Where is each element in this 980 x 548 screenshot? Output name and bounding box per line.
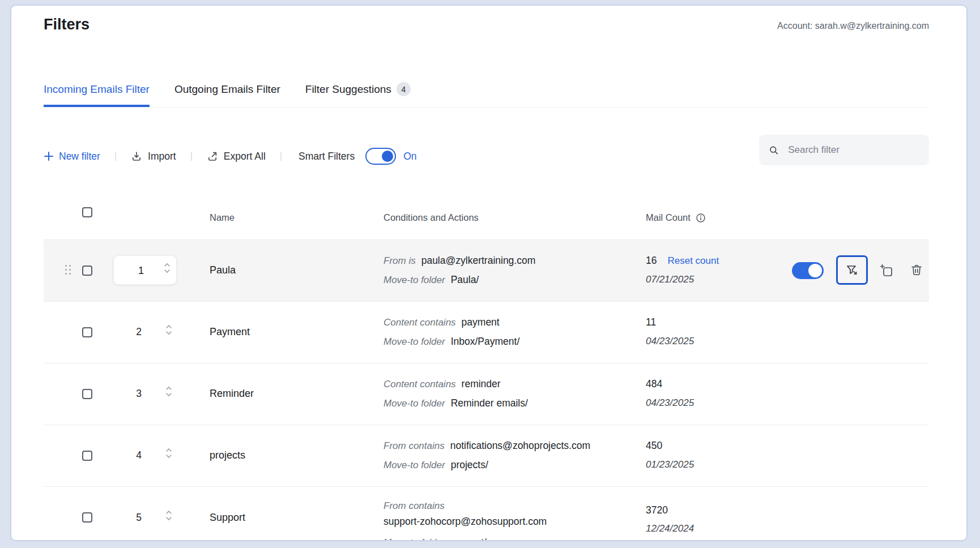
condition-value: notifications@zohoprojects.com	[450, 440, 590, 451]
order-number[interactable]: 4	[122, 449, 156, 461]
tab-label: Filter Suggestions	[305, 83, 391, 96]
last-used-date: 01/23/2025	[646, 459, 694, 470]
row-checkbox[interactable]	[82, 512, 92, 523]
order-stepper[interactable]	[165, 386, 172, 397]
duplicate-filter-button[interactable]	[879, 263, 894, 280]
info-icon[interactable]	[696, 213, 706, 223]
condition-label: Content contains	[384, 317, 456, 328]
chevron-up-icon[interactable]	[165, 448, 172, 452]
row-checkbox[interactable]	[82, 389, 92, 399]
tab-filter-suggestions[interactable]: Filter Suggestions 4	[305, 83, 411, 107]
chevron-up-icon[interactable]	[164, 263, 171, 267]
run-filter-button[interactable]	[836, 255, 868, 285]
tab-label: Incoming Emails Filter	[44, 83, 150, 96]
filter-name: Payment	[210, 326, 250, 338]
reset-count-link[interactable]: Reset count	[667, 255, 719, 266]
tabs-divider	[44, 107, 929, 108]
order-number[interactable]: 2	[122, 326, 156, 338]
select-all-checkbox-wrap	[82, 207, 92, 217]
filter-tabs: Incoming Emails Filter Outgoing Emails F…	[44, 83, 411, 107]
last-used-date: 04/23/2025	[646, 397, 694, 409]
mail-count: 16	[646, 255, 657, 266]
tab-outgoing-emails-filter[interactable]: Outgoing Emails Filter	[174, 83, 280, 107]
condition-value: reminder	[462, 378, 501, 389]
suggestions-count-badge: 4	[397, 82, 411, 96]
order-input[interactable]	[120, 256, 163, 285]
row-checkbox[interactable]	[82, 451, 92, 461]
export-icon	[207, 151, 218, 162]
order-number[interactable]: 3	[122, 388, 156, 400]
action-label: Move-to folder	[384, 275, 445, 285]
new-filter-button[interactable]: New filter	[44, 151, 100, 162]
chevron-up-icon[interactable]	[165, 386, 172, 391]
toggle-knob	[808, 264, 822, 277]
chevron-up-icon[interactable]	[165, 510, 172, 515]
chevron-down-icon[interactable]	[164, 269, 171, 273]
funnel-icon	[845, 263, 859, 277]
action-label: Move-to folder	[384, 398, 445, 409]
condition-label: Content contains	[384, 379, 456, 389]
filter-name: Support	[210, 512, 245, 524]
mail-count: 450	[646, 440, 662, 451]
order-stepper[interactable]	[165, 510, 172, 521]
chevron-up-icon[interactable]	[165, 324, 172, 329]
select-all-checkbox[interactable]	[82, 207, 92, 217]
action-value: Inbox/Payment/	[451, 336, 520, 347]
condition-label: From contains	[384, 500, 445, 511]
action-value: Reminder emails/	[451, 397, 528, 409]
table-row: 3 Reminder Content containsreminder Move…	[44, 363, 929, 425]
condition-label: From contains	[384, 440, 445, 451]
smart-filters-toggle[interactable]	[365, 148, 396, 165]
chevron-down-icon[interactable]	[165, 454, 172, 459]
condition-value: paula@zylkertraining.com	[421, 255, 536, 266]
filter-name: projects	[210, 449, 245, 461]
filter-name: Paula	[210, 264, 236, 276]
filter-name: Reminder	[210, 388, 254, 400]
chevron-down-icon[interactable]	[165, 331, 172, 335]
search-filter-box[interactable]	[759, 135, 929, 165]
search-filter-input[interactable]	[787, 144, 919, 156]
toolbar: New filter | Import | Export All | Smart…	[44, 142, 417, 171]
tab-label: Outgoing Emails Filter	[174, 83, 280, 96]
column-header-name: Name	[210, 212, 235, 223]
import-button[interactable]: Import	[131, 151, 176, 162]
order-stepper[interactable]	[164, 263, 171, 273]
toolbar-separator: |	[190, 151, 193, 161]
chevron-down-icon[interactable]	[165, 516, 172, 521]
import-icon	[131, 151, 142, 162]
mail-count-line: 16Reset count	[646, 255, 719, 267]
export-all-button[interactable]: Export All	[207, 151, 266, 162]
table-row: 5 Support From contains support-zohocorp…	[44, 486, 929, 541]
delete-filter-button[interactable]	[910, 263, 923, 279]
order-stepper[interactable]	[165, 448, 172, 459]
export-all-label: Export All	[224, 151, 266, 162]
smart-filters-state: On	[403, 151, 416, 162]
smart-filters-label: Smart Filters	[299, 151, 355, 162]
filters-panel: Filters Account: sarah.w@zylkertraining.…	[10, 5, 968, 541]
trash-icon	[910, 263, 923, 277]
toolbar-separator: |	[280, 151, 282, 161]
order-number[interactable]: 5	[122, 512, 156, 524]
order-input-box	[113, 255, 177, 285]
toolbar-separator: |	[114, 151, 117, 161]
mail-count: 11	[646, 316, 656, 328]
condition-label: From is	[384, 255, 416, 266]
chevron-down-icon[interactable]	[165, 392, 172, 397]
row-checkbox[interactable]	[82, 266, 92, 276]
action-label: Move-to folder	[384, 336, 445, 347]
tab-incoming-emails-filter[interactable]: Incoming Emails Filter	[44, 83, 150, 107]
condition-value: support-zohocorp@zohosupport.com	[384, 516, 547, 527]
table-row: 2 Payment Content containspayment Move-t…	[44, 301, 929, 363]
filter-enabled-toggle[interactable]	[792, 262, 824, 279]
plus-icon	[44, 151, 54, 161]
last-used-date: 12/24/2024	[646, 523, 694, 534]
order-stepper[interactable]	[165, 324, 172, 335]
row-checkbox[interactable]	[82, 327, 92, 337]
condition-line: From ispaula@zylkertraining.com	[384, 255, 535, 267]
action-label: Move-to folder	[384, 460, 445, 470]
drag-handle-icon[interactable]	[65, 265, 71, 275]
column-header-conditions: Conditions and Actions	[384, 212, 479, 223]
mail-count: 484	[646, 378, 662, 389]
action-label: Move-to folder	[384, 537, 445, 541]
duplicate-icon	[879, 263, 894, 278]
